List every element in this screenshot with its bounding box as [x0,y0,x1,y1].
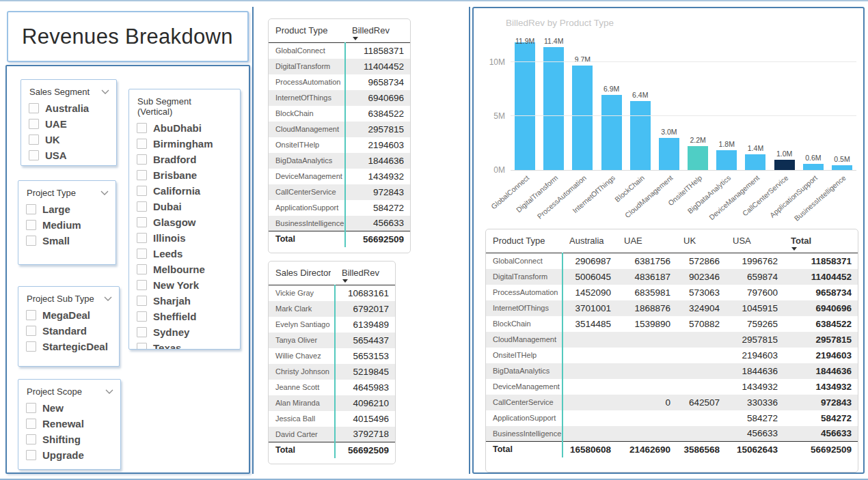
filter-option[interactable]: Medium [26,217,111,233]
row-value[interactable]: 6381756 [617,253,677,269]
filter-option[interactable]: Dubai [137,199,236,214]
checkbox-icon[interactable] [29,103,39,113]
checkbox-icon[interactable] [137,264,147,274]
row-label[interactable]: Christy Johnson [269,364,335,380]
table-row[interactable]: ApplicationSupport584272 [269,200,410,216]
checkbox-icon[interactable] [137,296,147,306]
row-value[interactable] [562,379,617,395]
row-label[interactable]: GlobalConnect [269,43,345,59]
row-value[interactable] [677,426,726,442]
chevron-down-icon[interactable] [105,389,113,395]
checkbox-icon[interactable] [29,150,39,160]
slicer-header[interactable]: Project Type [26,187,111,201]
checkbox-icon[interactable] [137,280,147,290]
checkbox-icon[interactable] [137,343,147,350]
filter-option[interactable]: AbuDhabi [137,120,236,136]
row-label[interactable]: DeviceManagement [269,169,345,184]
row-label[interactable]: OnsiteITHelp [486,348,562,363]
row-value[interactable]: 572866 [677,253,726,269]
row-value[interactable]: 11404452 [345,59,410,74]
row-value[interactable]: 456633 [345,216,410,231]
checkbox-icon[interactable] [137,311,147,322]
row-label[interactable]: Jeanne Scott [269,380,335,395]
table-row[interactable]: David Carter3792718 [269,427,395,442]
checkbox-icon[interactable] [26,326,36,336]
table-row[interactable]: GlobalConnect290698763817565728661996762… [486,253,858,269]
filter-option[interactable]: California [137,183,236,199]
filter-option[interactable]: MegaDeal [26,307,115,323]
row-value[interactable]: 456633 [726,426,784,442]
row-label[interactable]: Alan Miranda [269,395,335,411]
row-label[interactable]: DigitalTransform [269,59,345,74]
bar-BusinessIntelligence[interactable] [832,165,852,170]
column-header[interactable]: BilledRev [335,264,395,285]
row-value[interactable]: 330336 [726,395,784,410]
chevron-down-icon[interactable] [101,89,109,95]
filter-option[interactable]: Australia [29,100,112,116]
checkbox-icon[interactable] [26,419,36,429]
row-label[interactable]: Mark Clark [269,301,335,317]
row-value[interactable]: 3701001 [562,300,617,316]
row-label[interactable]: BusinessIntelligence [269,216,345,231]
row-value[interactable]: 1539890 [617,316,677,332]
row-value[interactable]: 573063 [677,285,726,300]
bar-BigDataAnalytics[interactable] [716,150,737,170]
column-header[interactable]: Product Type [269,21,345,43]
table-row[interactable]: ProcessAutomation9658734 [269,74,410,90]
row-value[interactable] [677,363,726,379]
row-value[interactable]: 9658734 [784,285,858,300]
row-value[interactable] [562,395,617,410]
row-value[interactable]: 1434932 [345,169,410,184]
row-value[interactable] [617,363,677,379]
checkbox-icon[interactable] [137,123,147,133]
row-label[interactable]: ApplicationSupport [269,200,345,216]
row-label[interactable]: InternetOfThings [486,300,562,316]
checkbox-icon[interactable] [137,186,147,196]
row-label[interactable]: Willie Chavez [269,348,335,364]
filter-option[interactable]: Sydney [137,324,236,340]
row-label[interactable]: OnsiteITHelp [269,137,345,153]
row-value[interactable] [562,426,617,442]
table-row[interactable]: BigDataAnalytics18446361844636 [486,363,858,379]
slicer-header[interactable]: Project Scope [26,386,116,400]
table-row[interactable]: OnsiteITHelp2194603 [269,137,410,153]
row-value[interactable]: 2957815 [784,332,858,348]
chevron-down-icon[interactable] [104,296,112,302]
filter-option[interactable]: Illinois [137,230,236,246]
row-value[interactable]: 11404452 [784,269,858,285]
table-row[interactable]: BusinessIntelligence456633456633 [486,426,858,442]
column-header[interactable]: USA [726,231,784,253]
row-value[interactable]: 5653153 [335,348,395,364]
table-row[interactable]: InternetOfThings370100118688763249041045… [486,300,858,316]
row-value[interactable]: 1868876 [617,300,677,316]
filter-option[interactable]: New [26,400,116,416]
checkbox-icon[interactable] [26,310,36,320]
row-label[interactable]: GlobalConnect [486,253,562,269]
row-value[interactable]: 6384522 [345,106,410,122]
row-label[interactable]: ProcessAutomation [486,285,562,300]
row-value[interactable] [617,410,677,426]
row-value[interactable]: 4645983 [335,380,395,395]
row-label[interactable]: BlockChain [486,316,562,332]
table-row[interactable]: CallCenterService972843 [269,184,410,200]
row-label[interactable]: InternetOfThings [269,90,345,106]
row-value[interactable]: 5219845 [335,364,395,380]
table-row[interactable]: Vickie Gray10683161 [269,285,395,301]
row-label[interactable]: BigDataAnalytics [269,153,345,169]
row-value[interactable]: 2957815 [726,332,784,348]
row-value[interactable]: 584272 [726,410,784,426]
filter-option[interactable]: Small [26,233,111,249]
checkbox-icon[interactable] [137,249,147,259]
row-value[interactable] [677,348,726,363]
column-header[interactable]: BilledRev [345,21,410,43]
row-value[interactable]: 6940696 [784,300,858,316]
table-row[interactable]: CloudManagement29578152957815 [486,332,858,348]
row-value[interactable]: 2906987 [562,253,617,269]
checkbox-icon[interactable] [26,450,36,460]
table-row[interactable]: BusinessIntelligence456633 [269,216,410,231]
row-value[interactable]: 11858371 [784,253,858,269]
row-value[interactable]: 4015496 [335,411,395,427]
bar-ApplicationSupport[interactable] [803,164,824,170]
row-label[interactable]: DeviceManagement [486,379,562,395]
filter-option[interactable]: Sharjah [137,293,236,309]
